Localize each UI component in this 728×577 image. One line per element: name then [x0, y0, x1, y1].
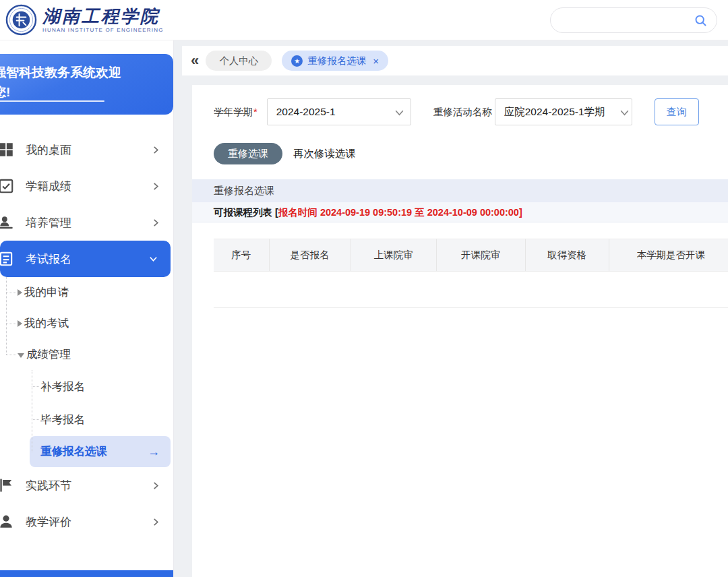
sidebar-item-teaching-evaluation[interactable]: 教学评价: [0, 504, 173, 540]
sidebar-item-label: 考试报名: [26, 251, 150, 267]
column-header: 取得资格: [525, 239, 609, 272]
record-check-icon: [0, 177, 15, 195]
submenu-item-label: 毕考报名: [40, 413, 85, 427]
sidebar-item-practice-segments[interactable]: 实践环节: [0, 467, 173, 504]
column-header: 开课院审: [436, 239, 525, 272]
submenu-item-label: 补考报名: [40, 379, 85, 394]
exam-form-icon: [0, 250, 15, 268]
sidebar-item-training-management[interactable]: 培养管理: [0, 204, 173, 241]
panel-title: 重修报名选课: [192, 179, 728, 202]
sidebar-item-exam-registration[interactable]: 考试报名: [0, 241, 171, 277]
sidebar-item-label: 学籍成绩: [26, 179, 152, 194]
submenu-item-retake-registration[interactable]: 重修报名选课 →: [30, 436, 171, 467]
arrow-right-icon: →: [148, 445, 160, 459]
submenu-item-label: 成绩管理: [26, 347, 71, 362]
sidebar-bottom-accent: [0, 570, 174, 577]
activity-select[interactable]: 应院2024-2025-1学期: [495, 98, 632, 125]
submenu-item-label: 重修报名选课: [40, 444, 107, 459]
chevron-right-icon: [152, 482, 160, 489]
chevron-right-icon: [152, 183, 160, 190]
university-emblem-icon: [5, 4, 37, 36]
activity-select-value: 应院2024-2025-1学期: [495, 105, 605, 119]
chevron-down-icon: [150, 255, 157, 263]
star-badge-icon: ★: [291, 55, 303, 67]
chevron-down-icon: [395, 109, 404, 117]
tab-restudy-course-selection[interactable]: 再次修读选课: [293, 147, 356, 161]
university-logo: 湖南工程学院 HUNAN INSTITUTE OF ENGINEERING: [5, 4, 164, 36]
semester-select[interactable]: 2024-2025-1: [267, 98, 411, 125]
semester-label: 学年学期*: [214, 106, 257, 119]
column-header: 序号: [214, 239, 269, 272]
content-panel: 学年学期* 2024-2025-1 重修活动名称 应院2024-2025-1学期…: [192, 85, 728, 577]
semester-select-value: 2024-2025-1: [268, 106, 336, 118]
column-header: 本学期是否开课: [609, 239, 728, 272]
close-tab-icon[interactable]: ×: [373, 55, 379, 67]
logo-title-cn: 湖南工程学院: [42, 7, 164, 26]
collapse-sidebar-icon[interactable]: «: [191, 53, 199, 68]
submenu-item-label: 我的申请: [24, 285, 69, 300]
tab-bar: « 个人中心 ★ 重修报名选课 ×: [182, 46, 728, 75]
sidebar-item-label: 培养管理: [26, 215, 152, 231]
tab-personal-center[interactable]: 个人中心: [206, 51, 272, 71]
tab-label: 重修报名选课: [307, 55, 366, 67]
chevron-right-icon: [152, 146, 160, 154]
filter-row: 学年学期* 2024-2025-1 重修活动名称 应院2024-2025-1学期…: [214, 98, 728, 125]
search-icon[interactable]: [694, 13, 708, 28]
chevron-right-icon: [152, 219, 160, 226]
submenu-item-grade-management[interactable]: 成绩管理: [0, 339, 173, 370]
course-tabs: 重修选课 再次修读选课: [214, 143, 728, 164]
registration-period-line: 可报课程列表 [报名时间 2024-09-19 09:50:19 至 2024-…: [192, 202, 728, 222]
submenu-item-label: 我的考试: [24, 316, 69, 331]
search-input[interactable]: [551, 8, 717, 32]
submenu-item-my-exam[interactable]: 我的考试: [0, 308, 173, 339]
logo-text: 湖南工程学院 HUNAN INSTITUTE OF ENGINEERING: [42, 7, 164, 33]
flag-icon: [0, 477, 15, 494]
sidebar-item-label: 我的桌面: [26, 142, 152, 158]
logo-title-en: HUNAN INSTITUTE OF ENGINEERING: [42, 27, 164, 33]
empty-table-body: [214, 272, 728, 308]
submenu-item-makeup-exam-registration[interactable]: 补考报名: [0, 370, 173, 403]
registration-period-text: 报名时间 2024-09-19 09:50:19 至 2024-10-09 00…: [278, 207, 522, 218]
tab-label: 个人中心: [219, 55, 258, 67]
welcome-underline: [0, 100, 104, 102]
triangle-down-icon: [18, 353, 24, 358]
person-icon: [0, 513, 15, 530]
column-header: 是否报名: [269, 239, 351, 272]
submenu-item-my-application[interactable]: 我的申请: [0, 277, 173, 308]
sidebar-menu: 我的桌面 学籍成绩 培养管理: [0, 131, 173, 540]
triangle-right-icon: [18, 289, 22, 296]
required-asterisk: *: [253, 107, 257, 117]
sidebar-item-student-records[interactable]: 学籍成绩: [0, 168, 173, 204]
table-header-row: 序号 是否报名 上课院审 开课院审 取得资格 本学期是否开课: [214, 239, 728, 272]
course-list-label: 可报课程列表 [: [214, 207, 278, 218]
tab-retake-course-selection[interactable]: 重修选课: [214, 143, 282, 164]
chevron-down-icon: [620, 109, 629, 117]
column-header: 上课院审: [351, 239, 436, 272]
course-table: 序号 是否报名 上课院审 开课院审 取得资格 本学期是否开课: [214, 239, 728, 308]
chevron-right-icon: [152, 518, 160, 526]
tab-retake-registration[interactable]: ★ 重修报名选课 ×: [282, 51, 388, 71]
submenu-item-graduation-exam-registration[interactable]: 毕考报名: [0, 403, 173, 436]
welcome-banner: 强智科技教务系统欢迎您!: [0, 54, 173, 115]
sidebar-item-label: 教学评价: [26, 514, 152, 530]
desktop-grid-icon: [0, 141, 15, 158]
sidebar-item-label: 实践环节: [26, 478, 152, 493]
semester-label-text: 学年学期: [214, 107, 253, 117]
welcome-text: 强智科技教务系统欢迎您!: [0, 54, 131, 102]
sidebar-item-my-desktop[interactable]: 我的桌面: [0, 131, 173, 168]
triangle-right-icon: [18, 320, 22, 327]
query-button[interactable]: 查询: [655, 98, 699, 125]
table-row: [214, 272, 728, 308]
global-search: [550, 7, 717, 33]
person-desk-icon: [0, 214, 15, 231]
app-header: 湖南工程学院 HUNAN INSTITUTE OF ENGINEERING: [0, 0, 728, 40]
activity-label: 重修活动名称: [433, 106, 492, 119]
sidebar: 强智科技教务系统欢迎您! 我的桌面 学籍成绩: [0, 40, 174, 577]
